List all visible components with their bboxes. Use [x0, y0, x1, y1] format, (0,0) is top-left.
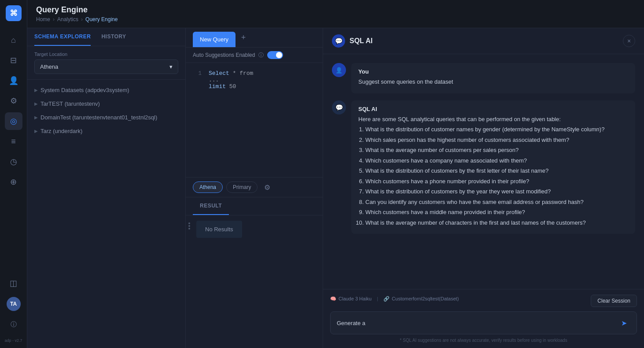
tree-arrow-domaintest: ▶ — [34, 115, 38, 120]
tree-item-domaintest[interactable]: ▶ DomainTest (taruntestenvtenant01_testn… — [27, 111, 185, 124]
user-chat-bubble: You Suggest some queries on the dataset — [351, 63, 635, 93]
add-tab-icon: + — [241, 33, 246, 42]
version-label: adp - v2.7 — [4, 338, 22, 343]
add-query-tab-button[interactable]: + — [237, 32, 250, 44]
tree-label-tarz: Tarz (underdark) — [40, 128, 82, 134]
tab-schema-explorer[interactable]: SCHEMA EXPLORER — [34, 28, 91, 46]
tab-history[interactable]: HISTORY — [101, 28, 126, 46]
clear-session-button[interactable]: Clear Session — [591, 295, 637, 307]
breadcrumb-analytics[interactable]: Analytics — [57, 16, 78, 22]
ai-query-item-8: Can you identify any customers who have … — [365, 198, 628, 207]
ai-meta-separator: | — [377, 296, 378, 301]
filter-nav-icon[interactable]: ⊟ — [5, 52, 22, 69]
ai-message-text: Here are some SQL analytical queries tha… — [358, 115, 628, 227]
ai-query-item-10: What is the average number of characters… — [365, 218, 628, 227]
tree-arrow-tartest: ▶ — [34, 101, 38, 106]
ai-model-label: Claude 3 Haiku — [339, 296, 372, 301]
target-location-section: Target Location Athena ▾ — [27, 46, 185, 80]
breadcrumb-home[interactable]: Home — [36, 16, 50, 22]
ai-footer: 🧠 Claude 3 Haiku | 🔗 Customerfornl2sqlte… — [323, 289, 644, 348]
person-nav-icon[interactable]: ◎ — [5, 112, 22, 130]
auto-suggestions-bar: Auto Suggestions Enabled ⓘ — [186, 48, 323, 63]
ai-query-item-1: What is the distribution of customer nam… — [365, 125, 628, 134]
bag-nav-icon[interactable]: ◫ — [5, 274, 22, 292]
icon-sidebar: ⌘ ⌂ ⊟ 👤 ⚙ ◎ ≡ ◷ ⊕ ◫ TA ⓘ adp - v2.7 — [0, 0, 27, 348]
tree-label-tartest: TarTEST (taruntestenv) — [40, 100, 100, 107]
code-line-3: limit 50 — [193, 83, 316, 90]
ai-send-button[interactable]: ➤ — [617, 316, 630, 329]
sql-ai-icon: 💬 — [332, 34, 345, 48]
breadcrumb-current: Query Engine — [85, 16, 118, 22]
breadcrumb-sep1: › — [53, 16, 55, 22]
body-layout: SCHEMA EXPLORER HISTORY Target Location … — [27, 28, 644, 348]
tree-item-tartest[interactable]: ▶ TarTEST (taruntestenv) — [27, 97, 185, 111]
query-tab-label: New Query — [200, 36, 228, 43]
auto-suggestions-label: Auto Suggestions Enabled — [193, 52, 255, 58]
ai-query-item-7: What is the distribution of customers by… — [365, 187, 628, 196]
ai-chat-input[interactable] — [337, 320, 613, 326]
query-tabs-bar: New Query + — [186, 28, 323, 48]
info-icon: ⓘ — [258, 52, 264, 59]
line-num-3 — [193, 83, 202, 90]
ai-query-item-5: What is the distribution of customers by… — [365, 167, 628, 175]
schema-sidebar: SCHEMA EXPLORER HISTORY Target Location … — [27, 28, 186, 348]
ai-query-item-9: Which customers have a middle name provi… — [365, 208, 628, 217]
chart-nav-icon[interactable]: ≡ — [5, 133, 22, 150]
badge-nav-icon[interactable]: ⊕ — [5, 173, 22, 191]
code-content-2: ... — [209, 77, 219, 83]
ai-panel: 💬 SQL AI × 👤 You Suggest some queries on… — [323, 28, 644, 348]
result-section: RESULT No Results — [186, 197, 323, 348]
drag-dot-3 — [188, 228, 190, 230]
tree-label-system: System Datasets (adpdev3system) — [40, 87, 129, 93]
code-line-1: 1 Select * from — [193, 70, 316, 77]
app-logo: ⌘ — [6, 5, 22, 21]
ai-chat-area: 👤 You Suggest some queries on the datase… — [323, 54, 644, 289]
ai-meta-row: 🧠 Claude 3 Haiku | 🔗 Customerfornl2sqlte… — [330, 295, 637, 307]
ai-query-list: What is the distribution of customer nam… — [358, 125, 628, 227]
clock-nav-icon[interactable]: ◷ — [5, 153, 22, 170]
users-nav-icon[interactable]: 👤 — [5, 72, 22, 89]
target-location-select[interactable]: Athena ▾ — [34, 59, 178, 74]
tree-arrow-system: ▶ — [34, 88, 38, 93]
home-nav-icon[interactable]: ⌂ — [5, 31, 22, 49]
chat-message-ai: 💬 SQL AI Here are some SQL analytical qu… — [332, 100, 635, 234]
code-content-3: limit 50 — [209, 83, 236, 90]
user-avatar[interactable]: TA — [7, 297, 21, 311]
athena-badge[interactable]: Athena — [193, 181, 223, 193]
result-body: No Results — [186, 215, 323, 348]
ai-chat-bubble: SQL AI Here are some SQL analytical quer… — [351, 100, 635, 234]
top-header: Query Engine Home › Analytics › Query En… — [27, 0, 644, 28]
query-area: New Query + Auto Suggestions Enabled ⓘ 1… — [186, 28, 323, 348]
no-results-message: No Results — [196, 221, 242, 238]
schema-tabs: SCHEMA EXPLORER HISTORY — [27, 28, 185, 46]
tree-item-tarz[interactable]: ▶ Tarz (underdark) — [27, 124, 185, 138]
settings-nav-icon[interactable]: ⚙ — [5, 92, 22, 110]
ai-query-item-4: Which customers have a company name asso… — [365, 156, 628, 165]
ai-chat-avatar: 💬 — [332, 100, 346, 115]
breadcrumb: Home › Analytics › Query Engine — [36, 16, 635, 22]
target-location-value: Athena — [40, 63, 58, 70]
ai-brain-icon: 🧠 — [330, 296, 336, 302]
user-sender-label: You — [358, 68, 628, 75]
tree-item-system[interactable]: ▶ System Datasets (adpdev3system) — [27, 83, 185, 97]
ai-close-button[interactable]: × — [623, 35, 635, 47]
query-editor[interactable]: 1 Select * from ... limit 50 — [186, 63, 323, 178]
primary-badge[interactable]: Primary — [226, 181, 258, 193]
tree-arrow-tarz: ▶ — [34, 129, 38, 133]
result-label: RESULT — [193, 197, 229, 215]
ai-panel-title: SQL AI — [350, 37, 372, 45]
line-num-1: 1 — [193, 70, 202, 77]
ai-query-item-2: Which sales person has the highest numbe… — [365, 136, 628, 144]
drag-handle[interactable] — [186, 219, 193, 233]
tree-label-domaintest: DomainTest (taruntestenvtenant01_testnl2… — [40, 114, 157, 121]
query-tab-new[interactable]: New Query — [193, 32, 236, 47]
query-settings-button[interactable]: ⚙ — [261, 181, 273, 193]
ai-input-area: ➤ — [330, 311, 637, 334]
drag-dot-1 — [188, 222, 190, 224]
code-content-1: Select * from — [209, 70, 253, 77]
auto-suggestions-toggle[interactable] — [267, 51, 283, 59]
code-line-2: ... — [193, 77, 316, 83]
ai-title-area: 💬 SQL AI — [332, 34, 372, 48]
sidebar-bottom: ◫ TA ⓘ adp - v2.7 — [4, 273, 22, 343]
info-nav-icon[interactable]: ⓘ — [5, 316, 22, 333]
